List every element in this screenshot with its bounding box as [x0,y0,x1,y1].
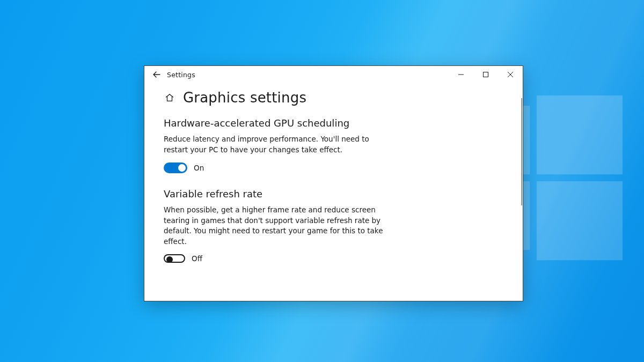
gpu-scheduling-toggle[interactable] [164,162,187,173]
gpu-toggle-label: On [194,164,204,172]
content-area: Graphics settings Hardware-accelerated G… [144,83,523,301]
window-controls [449,66,523,83]
settings-window: Settings [144,65,523,301]
home-button[interactable] [164,92,175,104]
vrr-section-description: When possible, get a higher frame rate a… [164,205,394,247]
home-icon [165,93,174,102]
page-header: Graphics settings [164,90,503,106]
minimize-button[interactable] [449,66,473,83]
back-arrow-icon [152,70,161,79]
scrollbar[interactable] [521,98,522,205]
window-titlebar[interactable]: Settings [144,66,523,83]
gpu-section-title: Hardware-accelerated GPU scheduling [164,117,503,129]
maximize-button[interactable] [473,66,498,83]
vrr-toggle-label: Off [192,254,202,263]
gpu-section-description: Reduce latency and improve performance. … [164,134,394,155]
svg-rect-3 [537,181,623,260]
gpu-toggle-row: On [164,162,503,173]
close-icon [508,72,513,77]
window-app-title: Settings [166,71,195,79]
svg-rect-5 [484,72,488,77]
desktop-background: Settings [0,0,644,362]
vrr-toggle-row: Off [164,254,503,263]
vrr-section-title: Variable refresh rate [164,188,503,200]
vrr-toggle[interactable] [164,254,185,263]
settings-content: Graphics settings Hardware-accelerated G… [144,83,523,301]
close-button[interactable] [498,66,523,83]
maximize-icon [483,72,488,77]
minimize-icon [458,72,464,77]
svg-rect-1 [537,95,623,174]
back-button[interactable] [148,66,166,83]
page-title: Graphics settings [183,90,306,106]
